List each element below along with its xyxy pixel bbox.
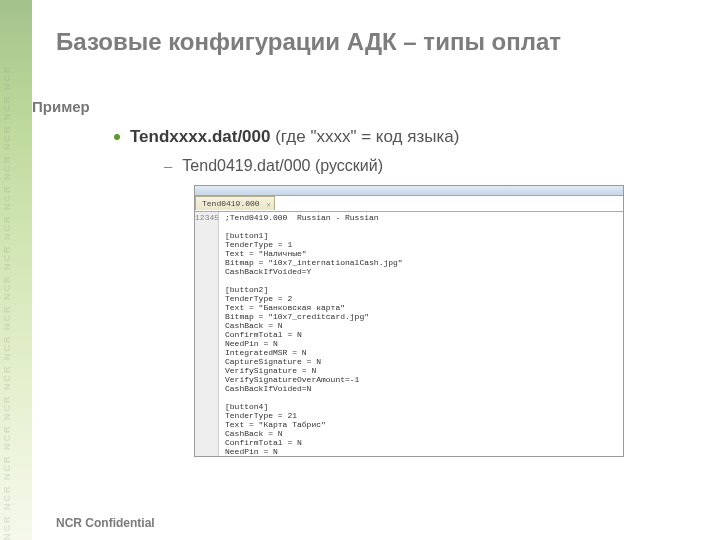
close-icon: ✕ bbox=[266, 198, 270, 212]
slide-content: Базовые конфигурации АДК – типы оплат Пр… bbox=[0, 0, 720, 540]
sub-bullet-1-text: Tend0419.dat/000 (русский) bbox=[182, 157, 383, 175]
code-area: ;Tend0419.000 Russian - Russian[button1]… bbox=[219, 212, 623, 456]
footer-text: NCR Confidential bbox=[56, 516, 155, 530]
sub-bullet-1: – Tend0419.dat/000 (русский) bbox=[164, 157, 680, 175]
line-number-gutter: 1234567891011121314151617181920212223242… bbox=[195, 212, 219, 456]
bullet-dot-icon bbox=[114, 134, 120, 140]
bullet-1: Tendxxxx.dat/000 (где "xxxx" = код языка… bbox=[114, 127, 680, 147]
editor-tab-label: Tend0419.000 bbox=[202, 199, 260, 208]
code-editor-screenshot: Tend0419.000 ✕ 1234567891011121314151617… bbox=[194, 185, 624, 457]
dash-icon: – bbox=[164, 157, 172, 174]
editor-body: 1234567891011121314151617181920212223242… bbox=[195, 211, 623, 456]
bullet-1-text: Tendxxxx.dat/000 (где "xxxx" = код языка… bbox=[130, 127, 459, 147]
section-label: Пример bbox=[32, 98, 680, 115]
bullet-1-note: (где "xxxx" = код языка) bbox=[270, 127, 459, 146]
bullet-1-main: Tendxxxx.dat/000 bbox=[130, 127, 270, 146]
slide-title: Базовые конфигурации АДК – типы оплат bbox=[56, 28, 680, 56]
editor-toolbar bbox=[195, 186, 623, 196]
editor-tab: Tend0419.000 ✕ bbox=[195, 196, 275, 210]
